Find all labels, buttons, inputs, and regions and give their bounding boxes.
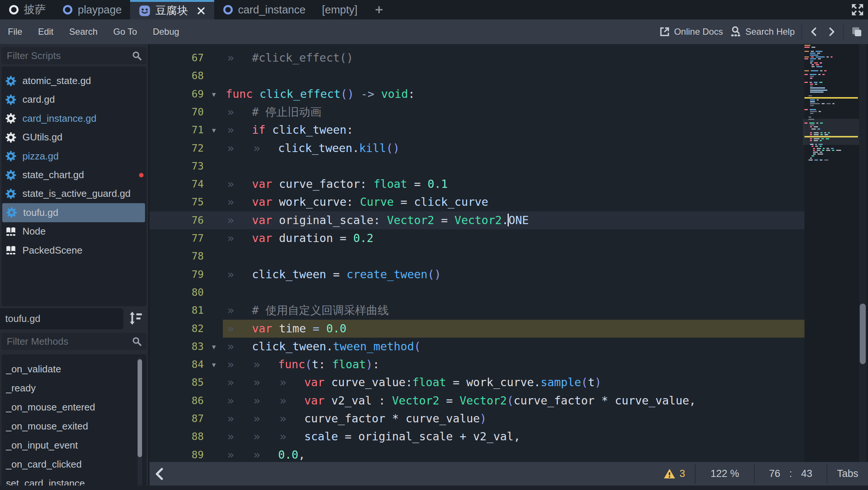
method-item-_on_validate[interactable]: _on_validate (1, 360, 147, 379)
sort-methods-icon[interactable] (127, 310, 144, 326)
tab-label: playpage (78, 4, 122, 16)
minimap-seg (810, 111, 817, 112)
token: Vector2 (459, 394, 507, 407)
tab-[empty][interactable]: [empty] (314, 0, 366, 19)
token: ) (595, 376, 601, 389)
line-number[interactable]: 82 (150, 320, 204, 338)
script-item-atomic_state.gd[interactable]: atomic_state.gd (1, 71, 147, 90)
token: kill (359, 142, 386, 155)
line-number[interactable]: 76 (150, 211, 204, 229)
line-number[interactable]: 71 (150, 121, 204, 139)
tab-披萨[interactable]: 披萨 (0, 0, 54, 19)
minimap-seg (810, 58, 816, 59)
token: time (272, 322, 313, 335)
token: create_tween (347, 268, 428, 281)
minimap-seg (804, 152, 811, 153)
expand-window-icon[interactable] (850, 2, 865, 17)
minimap-seg (804, 113, 808, 114)
line-number[interactable]: 87 (150, 410, 204, 428)
tab-label: card_instance (238, 4, 306, 16)
script-item-state_chart.gd[interactable]: state_chart.gd (1, 165, 147, 184)
menu-edit[interactable]: Edit (30, 27, 61, 37)
script-item-pizza.gd[interactable]: pizza.gd (1, 147, 147, 166)
minimap-viewport[interactable] (803, 119, 859, 145)
menu-debug[interactable]: Debug (145, 27, 187, 37)
fold-arrow-icon[interactable]: ▾ (206, 85, 221, 103)
method-item-_on_mouse_entered[interactable]: _on_mouse_entered (1, 398, 147, 417)
filter-scripts-input[interactable] (1, 47, 147, 64)
line-number[interactable]: 85 (150, 373, 204, 391)
fold-arrow-icon[interactable]: ▾ (206, 338, 221, 356)
line-number[interactable]: 70 (150, 103, 204, 121)
script-item-PackedScene[interactable]: PackedScene (1, 241, 147, 260)
history-forward-button[interactable] (826, 27, 837, 37)
script-item-Node[interactable]: Node (1, 222, 147, 241)
fold-arrow-icon[interactable]: ▾ (206, 121, 221, 139)
line-number[interactable]: 81 (150, 301, 204, 319)
minimap-seg (804, 105, 808, 106)
node-circle-icon (222, 4, 234, 15)
minimap-seg (810, 74, 816, 75)
new-tab-button[interactable] (366, 0, 393, 19)
close-tab-icon[interactable] (196, 6, 206, 16)
line-number[interactable]: 89 (150, 446, 204, 462)
script-item-state_is_active_guard.gd[interactable]: state_is_active_guard.gd (1, 184, 147, 203)
script-item-GUtils.gd[interactable]: GUtils.gd (1, 128, 147, 147)
line-number[interactable]: 72 (150, 139, 204, 157)
script-item-card_instance.gd[interactable]: card_instance.gd (1, 109, 147, 128)
method-item-_on_mouse_exited[interactable]: _on_mouse_exited (1, 417, 147, 436)
minimap-seg (820, 152, 822, 153)
line-number[interactable]: 68 (150, 67, 204, 85)
search-help-button[interactable]: Search Help (730, 26, 795, 38)
line-number[interactable]: 83 (150, 338, 204, 356)
line-number[interactable]: 80 (150, 283, 204, 301)
warning-count: 3 (680, 468, 685, 480)
fold-arrow-icon[interactable]: ▾ (206, 356, 221, 373)
tab-card_instance[interactable]: card_instance (214, 0, 314, 19)
code-minimap[interactable] (804, 45, 858, 161)
token: var (304, 376, 324, 389)
minimap-seg (810, 62, 812, 63)
tab-playpage[interactable]: playpage (54, 0, 130, 19)
tab-豆腐块[interactable]: 豆腐块 (130, 0, 214, 19)
external-link-icon (659, 26, 670, 37)
line-number[interactable]: 73 (150, 157, 204, 175)
method-item-_on_input_event[interactable]: _on_input_event (1, 436, 147, 455)
method-item-_ready[interactable]: _ready (1, 379, 147, 398)
line-number[interactable]: 88 (150, 428, 204, 446)
line-number[interactable]: 78 (150, 247, 204, 265)
warnings-indicator[interactable]: 3 (653, 468, 695, 480)
token: tween_method (333, 340, 414, 353)
token: scale (304, 430, 338, 443)
code-editor[interactable]: 67»#click_effect()6869▾func click_effect… (150, 44, 804, 462)
line-number[interactable]: 86 (150, 392, 204, 410)
collapse-sidebar-icon[interactable] (153, 466, 167, 481)
script-path-field[interactable]: toufu.gd (0, 308, 123, 329)
script-item-card.gd[interactable]: card.gd (1, 90, 147, 109)
minimap-seg (818, 153, 823, 155)
editor-scrollbar[interactable] (859, 44, 867, 462)
token: t (588, 376, 595, 389)
float-panel-button[interactable] (851, 26, 863, 38)
line-number[interactable]: 75 (150, 193, 204, 211)
caret-position: 76 : 43 (755, 468, 827, 480)
line-number[interactable]: 67 (150, 49, 204, 67)
menu-search[interactable]: Search (61, 27, 105, 37)
online-docs-button[interactable]: Online Docs (659, 26, 723, 37)
script-name: PackedScene (22, 245, 82, 256)
line-number[interactable]: 69 (150, 85, 204, 103)
line-number[interactable]: 74 (150, 175, 204, 193)
method-item-_on_card_clicked[interactable]: _on_card_clicked (1, 455, 147, 474)
line-number[interactable]: 84 (150, 356, 204, 373)
script-item-toufu.gd[interactable]: toufu.gd (2, 203, 145, 222)
menu-go-to[interactable]: Go To (105, 27, 145, 37)
line-number[interactable]: 77 (150, 229, 204, 247)
filter-methods-input[interactable] (1, 333, 147, 350)
scrollbar-thumb[interactable] (860, 304, 866, 364)
menu-file[interactable]: File (0, 27, 30, 37)
history-back-button[interactable] (809, 27, 819, 37)
minimap-seg (822, 103, 825, 104)
zoom-indicator[interactable]: 122 % (696, 468, 754, 480)
line-number[interactable]: 79 (150, 266, 204, 283)
token: click_tween (252, 268, 326, 281)
